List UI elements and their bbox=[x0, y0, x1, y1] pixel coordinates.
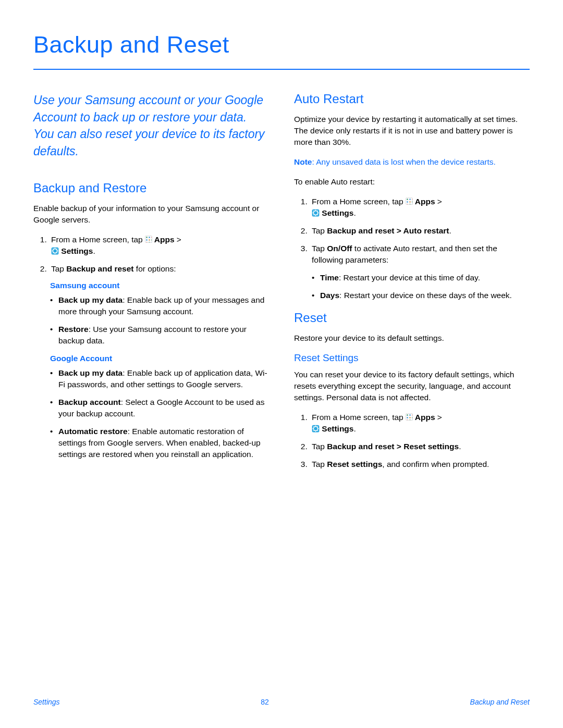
footer-page-number: 82 bbox=[261, 698, 269, 706]
step-bold: Backup and reset > Auto restart bbox=[327, 226, 449, 235]
step-text: Tap bbox=[51, 264, 66, 273]
reset-settings-steps: From a Home screen, tap Apps > Settings.… bbox=[294, 412, 530, 470]
auto-restart-note: Note: Any unsaved data is lost when the … bbox=[294, 156, 530, 168]
bullet-bold: Restore bbox=[58, 325, 89, 334]
google-bullet-1: Back up my data: Enable back up of appli… bbox=[58, 367, 269, 390]
auto-step-2: Tap Backup and reset > Auto restart. bbox=[310, 225, 530, 237]
auto-param-time: Time: Restart your device at this time o… bbox=[320, 272, 530, 283]
settings-icon bbox=[51, 247, 59, 255]
page-title: Backup and Reset bbox=[33, 31, 530, 58]
reset-body: Restore your device to its default setti… bbox=[294, 332, 530, 344]
note-bold: Note bbox=[294, 157, 312, 166]
settings-icon bbox=[312, 209, 320, 217]
step-text: Tap bbox=[312, 226, 327, 235]
google-account-label: Google Account bbox=[50, 354, 269, 363]
apps-label: Apps bbox=[152, 235, 174, 244]
backup-steps: From a Home screen, tap Apps > Settings.… bbox=[33, 234, 269, 275]
step-bold: On/Off bbox=[327, 244, 352, 253]
intro-text: Use your Samsung account or your Google … bbox=[33, 92, 269, 160]
google-bullet-3: Automatic restore: Enable automatic rest… bbox=[58, 426, 269, 460]
samsung-bullets: Back up my data: Enable back up of your … bbox=[33, 294, 269, 347]
bullet-bold: Back up my data bbox=[58, 368, 123, 377]
samsung-account-label: Samsung account bbox=[50, 281, 269, 290]
auto-restart-body: Optimize your device by restarting it au… bbox=[294, 114, 530, 148]
step-sep: > bbox=[435, 197, 442, 206]
apps-icon bbox=[145, 236, 152, 243]
bullet-text: : Restart your device at this time of da… bbox=[339, 273, 480, 282]
step-end: , and confirm when prompted. bbox=[382, 460, 489, 468]
footer-right: Backup and Reset bbox=[470, 698, 530, 706]
step-text: From a Home screen, tap bbox=[312, 197, 406, 206]
step-bold: Backup and reset > Reset settings bbox=[327, 442, 459, 451]
step-text: From a Home screen, tap bbox=[51, 235, 145, 244]
step-text: From a Home screen, tap bbox=[312, 413, 406, 422]
samsung-bullet-1: Back up my data: Enable back up of your … bbox=[58, 294, 269, 317]
bullet-bold: Back up my data bbox=[58, 295, 123, 304]
rs-step-2: Tap Backup and reset > Reset settings. bbox=[310, 441, 530, 452]
step-end: . bbox=[353, 208, 356, 217]
step-text: Tap bbox=[312, 244, 327, 253]
auto-params: Time: Restart your device at this time o… bbox=[312, 272, 530, 301]
step-sep: > bbox=[435, 413, 442, 422]
backup-step-1: From a Home screen, tap Apps > Settings. bbox=[49, 234, 269, 257]
auto-restart-enable: To enable Auto restart: bbox=[294, 176, 530, 188]
reset-settings-body: You can reset your device to its factory… bbox=[294, 369, 530, 403]
bullet-text: : Restart your device on these days of t… bbox=[339, 291, 512, 300]
step-sep: > bbox=[175, 235, 181, 244]
settings-label: Settings bbox=[59, 246, 93, 255]
step-end: . bbox=[449, 226, 451, 235]
left-column: Use your Samsung account or your Google … bbox=[33, 92, 269, 476]
settings-icon bbox=[312, 425, 320, 433]
samsung-bullet-2: Restore: Use your Samsung account to res… bbox=[58, 324, 269, 347]
step-end: . bbox=[353, 424, 356, 433]
reset-heading: Reset bbox=[294, 311, 530, 325]
footer-left: Settings bbox=[33, 698, 60, 706]
apps-label: Apps bbox=[413, 197, 435, 206]
auto-step-1: From a Home screen, tap Apps > Settings. bbox=[310, 196, 530, 219]
backup-restore-heading: Backup and Restore bbox=[33, 181, 269, 195]
page-footer: Settings 82 Backup and Reset bbox=[33, 698, 530, 706]
backup-restore-body: Enable backup of your information to you… bbox=[33, 203, 269, 226]
step-end: . bbox=[93, 246, 95, 255]
bullet-bold: Automatic restore bbox=[58, 427, 128, 436]
auto-step-3: Tap On/Off to activate Auto restart, and… bbox=[310, 243, 530, 301]
auto-steps: From a Home screen, tap Apps > Settings.… bbox=[294, 196, 530, 301]
step-text: Tap bbox=[312, 460, 327, 468]
settings-label: Settings bbox=[320, 424, 353, 433]
rs-step-3: Tap Reset settings, and confirm when pro… bbox=[310, 459, 530, 470]
right-column: Auto Restart Optimize your device by res… bbox=[294, 92, 530, 476]
step-end: . bbox=[459, 442, 461, 451]
rs-step-1: From a Home screen, tap Apps > Settings. bbox=[310, 412, 530, 435]
step-bold: Reset settings bbox=[327, 460, 382, 468]
bullet-bold: Backup account bbox=[58, 398, 121, 406]
apps-label: Apps bbox=[413, 413, 435, 422]
bullet-bold: Days bbox=[320, 291, 339, 300]
google-bullets: Back up my data: Enable back up of appli… bbox=[33, 367, 269, 460]
bullet-bold: Time bbox=[320, 273, 339, 282]
note-text: : Any unsaved data is lost when the devi… bbox=[312, 157, 495, 166]
title-rule bbox=[33, 69, 530, 70]
google-bullet-2: Backup account: Select a Google Account … bbox=[58, 397, 269, 419]
auto-param-days: Days: Restart your device on these days … bbox=[320, 290, 530, 301]
backup-step-2: Tap Backup and reset for options: bbox=[49, 263, 269, 275]
apps-icon bbox=[406, 198, 413, 205]
auto-restart-heading: Auto Restart bbox=[294, 92, 530, 106]
reset-settings-heading: Reset Settings bbox=[294, 352, 530, 364]
step-bold: Backup and reset bbox=[66, 264, 133, 273]
apps-icon bbox=[406, 413, 413, 421]
settings-label: Settings bbox=[320, 208, 353, 217]
step-text: Tap bbox=[312, 442, 327, 451]
step-end: for options: bbox=[134, 264, 176, 273]
